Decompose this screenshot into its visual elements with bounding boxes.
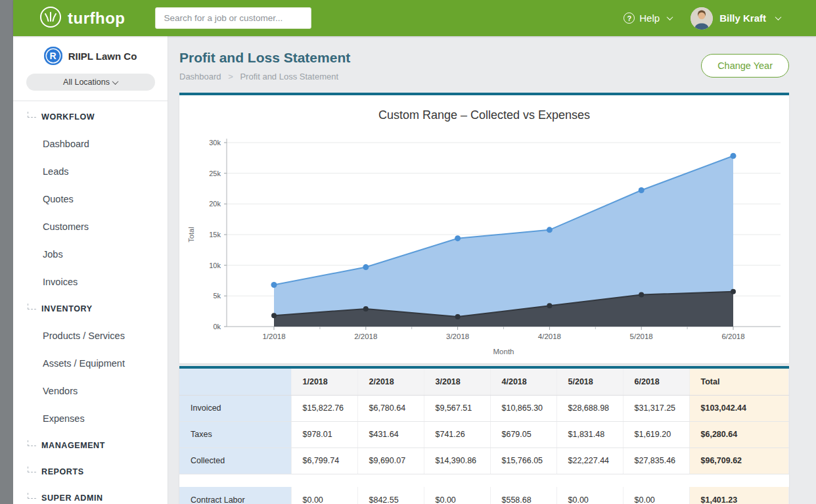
svg-text:20k: 20k <box>209 200 221 208</box>
tree-branch-icon <box>28 493 36 499</box>
cell: $15,766.05 <box>490 447 556 474</box>
tree-branch-icon <box>28 440 36 446</box>
sidebar-item-leads[interactable]: Leads <box>13 158 168 185</box>
sidebar-item-products-services[interactable]: Products / Services <box>13 322 168 350</box>
tree-branch-icon <box>28 112 36 118</box>
row-label: Invoiced <box>179 395 291 421</box>
sidebar-section-workflow[interactable]: WORKFLOW <box>13 104 168 130</box>
page-title: Profit and Loss Statement <box>179 49 350 66</box>
sidebar-item-invoices[interactable]: Invoices <box>13 268 168 296</box>
brand-logo[interactable]: turfhop <box>39 6 125 31</box>
cell: $679.05 <box>490 421 556 447</box>
sidebar-item-customers[interactable]: Customers <box>13 213 168 241</box>
cell: $6,780.64 <box>357 395 424 421</box>
cell: $31,317.25 <box>623 395 689 421</box>
sidebar-item-assets-equipment[interactable]: Assets / Equipment <box>13 350 168 377</box>
chart-title: Custom Range – Collected vs Expenses <box>186 107 782 123</box>
cell: $558.68 <box>490 487 556 504</box>
table-row: Contract Labor $0.00 $842.55 $0.00 $558.… <box>179 487 789 504</box>
cell: $9,567.51 <box>424 395 490 421</box>
table-row: Taxes $978.01 $431.64 $741.26 $679.05 $1… <box>179 421 789 447</box>
brand-name: turfhop <box>68 9 125 28</box>
cell: $14,390.86 <box>424 447 490 474</box>
pnl-table-card: 1/2018 2/2018 3/2018 4/2018 5/2018 6/201… <box>179 366 789 504</box>
table-header-row: 1/2018 2/2018 3/2018 4/2018 5/2018 6/201… <box>179 369 789 395</box>
top-navbar: turfhop ? Help Billy Kraft <box>13 0 816 36</box>
svg-text:2/2018: 2/2018 <box>354 332 377 340</box>
sidebar-section-super-admin[interactable]: SUPER ADMIN <box>13 485 168 504</box>
cell: $1,831.48 <box>556 421 623 447</box>
row-total: $6,280.64 <box>689 421 789 447</box>
svg-text:1/2018: 1/2018 <box>262 332 285 340</box>
sidebar-item-jobs[interactable]: Jobs <box>13 241 168 268</box>
location-selector-label: All Locations <box>63 78 110 87</box>
table-row: Collected $6,799.74 $9,690.07 $14,390.86… <box>179 447 789 474</box>
cell: $431.64 <box>357 421 424 447</box>
sidebar-item-dashboard[interactable]: Dashboard <box>13 130 168 158</box>
svg-text:25k: 25k <box>209 170 221 177</box>
sidebar-section-inventory[interactable]: INVENTORY <box>13 296 168 322</box>
chevron-down-icon <box>775 14 782 20</box>
avatar <box>691 7 713 30</box>
cell: $27,835.46 <box>623 447 689 474</box>
sidebar-section-management[interactable]: MANAGEMENT <box>13 432 168 459</box>
cell: $9,690.07 <box>357 447 424 474</box>
chevron-down-icon <box>112 78 118 85</box>
location-selector[interactable]: All Locations <box>26 74 155 91</box>
company-header: R RIIPL Lawn Co <box>13 46 168 66</box>
cell: $0.00 <box>623 487 689 504</box>
sidebar-item-expenses[interactable]: Expenses <box>13 405 168 432</box>
cell: $1,619.20 <box>623 421 689 447</box>
svg-text:3/2018: 3/2018 <box>446 332 469 340</box>
svg-text:5/2018: 5/2018 <box>630 332 653 340</box>
row-label: Taxes <box>179 421 291 447</box>
column-header <box>179 369 291 395</box>
row-total: $1,401.23 <box>689 487 789 504</box>
window-gutter <box>0 0 13 504</box>
cell: $842.55 <box>357 487 424 504</box>
cell: $0.00 <box>424 487 490 504</box>
help-label: Help <box>639 12 660 24</box>
cell: $6,799.74 <box>291 447 357 474</box>
breadcrumb-dashboard[interactable]: Dashboard <box>179 72 221 81</box>
breadcrumb-current: Profit and Loss Statement <box>240 72 338 81</box>
sidebar-nav: WORKFLOW Dashboard Leads Quotes Customer… <box>13 101 168 504</box>
sidebar-section-reports[interactable]: REPORTS <box>13 459 168 485</box>
svg-text:30k: 30k <box>209 139 221 147</box>
column-header: 6/2018 <box>623 369 689 395</box>
svg-text:Month: Month <box>493 348 514 355</box>
cell: $22,227.44 <box>556 447 623 474</box>
svg-text:Total: Total <box>187 227 195 242</box>
svg-text:10k: 10k <box>209 262 221 269</box>
help-menu[interactable]: ? Help <box>623 12 672 24</box>
search-input[interactable] <box>155 7 311 29</box>
chevron-down-icon <box>667 14 673 20</box>
company-name: RIIPL Lawn Co <box>68 51 137 62</box>
svg-text:5k: 5k <box>213 292 221 300</box>
column-header: 5/2018 <box>556 369 623 395</box>
chart-card: Custom Range – Collected vs Expenses 0k5… <box>179 93 789 363</box>
cell: $0.00 <box>291 487 357 504</box>
change-year-button[interactable]: Change Year <box>701 54 789 78</box>
user-menu[interactable]: Billy Kraft <box>691 7 781 30</box>
pnl-area-chart[interactable]: 0k5k10k15k20k25k30k1/20182/20183/20184/2… <box>186 129 782 361</box>
table-section-spacer <box>179 474 789 487</box>
cell: $978.01 <box>291 421 357 447</box>
cell: $10,865.30 <box>490 395 556 421</box>
breadcrumb-separator: > <box>223 72 238 81</box>
sidebar-item-vendors[interactable]: Vendors <box>13 377 168 405</box>
column-header: 4/2018 <box>490 369 556 395</box>
cell: $28,688.98 <box>556 395 623 421</box>
cell: $15,822.76 <box>291 395 357 421</box>
app-window: turfhop ? Help Billy Kraft <box>13 0 816 504</box>
sidebar-item-quotes[interactable]: Quotes <box>13 185 168 213</box>
row-label: Collected <box>179 447 291 474</box>
company-logo: R <box>44 47 62 65</box>
row-total: $103,042.44 <box>689 395 789 421</box>
column-header: 1/2018 <box>291 369 357 395</box>
topbar-right: ? Help Billy Kraft <box>623 7 816 30</box>
pnl-table: 1/2018 2/2018 3/2018 4/2018 5/2018 6/201… <box>179 369 789 504</box>
user-name: Billy Kraft <box>719 12 766 24</box>
cell: $0.00 <box>556 487 623 504</box>
tree-branch-icon <box>28 467 36 472</box>
